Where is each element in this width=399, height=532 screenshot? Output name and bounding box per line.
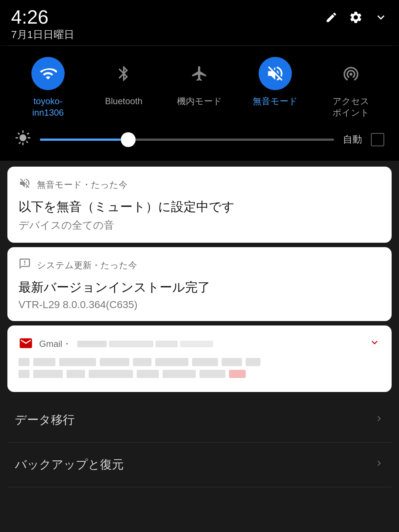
mute-notif-app: 無音モード・たった今 [37, 179, 127, 191]
hotspot-icon-wrap [334, 57, 368, 90]
bluetooth-icon-wrap [107, 57, 140, 90]
toggle-wifi[interactable]: toyoko-inn1306 [15, 57, 81, 118]
gmail-app-label: Gmail・ [39, 338, 71, 350]
bluetooth-icon [115, 65, 133, 82]
gmail-expand-icon[interactable] [369, 337, 381, 351]
update-notif-app: システム更新・たった今 [37, 259, 137, 271]
system-update-notification-card[interactable]: システム更新・たった今 最新バージョンインストール完了 VTR-L29 8.0.… [7, 247, 392, 321]
brightness-slider[interactable] [40, 139, 334, 141]
gmail-header-left: Gmail・ [18, 336, 213, 352]
gmail-icon [18, 336, 33, 352]
update-notif-icon [18, 258, 31, 273]
edit-icon[interactable] [325, 11, 338, 27]
menu-item-data-migration[interactable]: データ移行 [7, 398, 392, 443]
settings-icon[interactable] [349, 10, 363, 27]
brightness-icon [15, 130, 31, 150]
backup-label: バックアップと復元 [15, 457, 124, 473]
gmail-notif-header: Gmail・ [18, 336, 381, 352]
mute-notif-body: デバイスの全ての音 [18, 218, 381, 232]
wifi-label: toyoko-inn1306 [32, 95, 64, 118]
date: 7月1日日曜日 [11, 28, 74, 42]
brightness-thumb[interactable] [121, 132, 136, 147]
notifications-area: 無音モード・たった今 以下を無音（ミュート）に設定中です デバイスの全ての音 シ… [0, 161, 399, 398]
time-date-block: 4:26 7月1日日曜日 [11, 7, 74, 42]
mute-notif-header: 無音モード・たった今 [18, 177, 381, 192]
wifi-icon [39, 65, 57, 82]
toggle-mute[interactable]: 無音モード [242, 57, 308, 107]
mute-notification-card[interactable]: 無音モード・たった今 以下を無音（ミュート）に設定中です デバイスの全ての音 [7, 167, 392, 243]
hotspot-icon [342, 65, 360, 82]
update-notif-body: VTR-L29 8.0.0.364(C635) [18, 299, 381, 311]
mute-notif-title: 以下を無音（ミュート）に設定中です [18, 198, 381, 215]
brightness-row: 自動 [0, 126, 399, 161]
toggle-bluetooth[interactable]: Bluetooth [91, 57, 157, 107]
brightness-fill [40, 139, 128, 141]
update-notif-title: 最新バージョンインストール完了 [18, 279, 381, 296]
backup-chevron-icon [374, 458, 384, 471]
wifi-icon-wrap [31, 57, 65, 90]
time: 4:26 [11, 7, 74, 28]
bluetooth-label: Bluetooth [105, 95, 142, 107]
auto-label: 自動 [343, 133, 362, 146]
update-notif-header: システム更新・たった今 [18, 258, 381, 273]
mute-label: 無音モード [253, 95, 298, 107]
status-bar: 4:26 7月1日日曜日 [0, 0, 399, 45]
mute-icon-wrap [259, 57, 292, 90]
collapse-icon[interactable] [374, 10, 388, 27]
mute-notif-icon [18, 177, 31, 192]
mute-icon [266, 64, 285, 83]
data-migration-chevron-icon [374, 413, 384, 426]
toggle-hotspot[interactable]: アクセスポイント [318, 57, 384, 118]
auto-checkbox[interactable] [371, 133, 384, 146]
menu-item-backup[interactable]: バックアップと復元 [7, 443, 392, 487]
gmail-content-row-2 [18, 370, 381, 378]
airplane-label: 機内モード [177, 95, 222, 107]
gmail-notification-card[interactable]: Gmail・ [7, 325, 392, 392]
airplane-icon-wrap [183, 57, 216, 90]
quick-toggles-panel: toyoko-inn1306 Bluetooth 機内モード 無音モード [0, 46, 399, 126]
menu-area: データ移行 バックアップと復元 [0, 398, 399, 487]
hotspot-label: アクセスポイント [332, 95, 369, 118]
status-action-icons [325, 7, 388, 27]
airplane-icon [191, 65, 208, 82]
data-migration-label: データ移行 [15, 412, 75, 428]
toggle-airplane[interactable]: 機内モード [166, 57, 233, 107]
gmail-content-row-1 [18, 358, 381, 366]
